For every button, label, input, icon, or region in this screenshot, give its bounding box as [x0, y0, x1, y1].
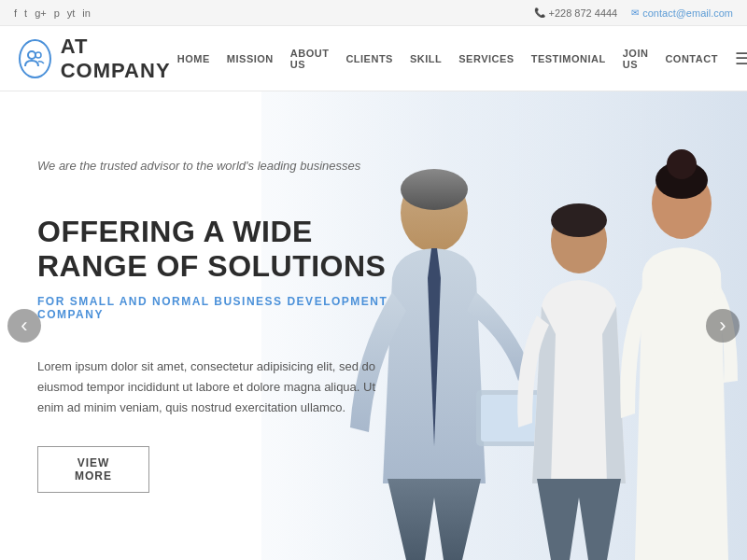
carousel-prev-button[interactable]: ‹	[7, 309, 41, 343]
svg-point-8	[551, 203, 607, 237]
social-twitter[interactable]: t	[24, 7, 27, 19]
carousel-next-button[interactable]: ›	[706, 309, 740, 343]
social-linkedin[interactable]: in	[82, 7, 91, 19]
nav-mission[interactable]: MISSION	[227, 53, 274, 64]
logo: AT COMPANY	[19, 35, 177, 83]
hero-title: OFFERING A WIDE RANGE OF SOLUTIONS	[37, 215, 392, 284]
phone-info: 📞 +228 872 4444	[534, 7, 618, 19]
hero-subtitle: We are the trusted advisor to the world'…	[37, 159, 392, 173]
contact-info: 📞 +228 872 4444 ✉ contact@email.com	[534, 7, 733, 19]
nav-skill[interactable]: SKILL	[410, 53, 442, 64]
social-icons: f t g+ p yt in	[14, 7, 91, 19]
arrow-left-icon: ‹	[21, 315, 27, 336]
svg-point-0	[28, 51, 35, 59]
social-pinterest[interactable]: p	[54, 7, 60, 19]
social-facebook[interactable]: f	[14, 7, 17, 19]
logo-text: AT COMPANY	[61, 35, 177, 83]
social-gplus[interactable]: g+	[35, 7, 47, 19]
social-youtube[interactable]: yt	[67, 7, 76, 19]
nav-testimonial[interactable]: TESTIMONIAL	[531, 53, 606, 64]
phone-icon: 📞	[534, 7, 545, 18]
view-more-button[interactable]: VIEW MORE	[37, 446, 149, 493]
email-info: ✉ contact@email.com	[631, 7, 733, 19]
email-link[interactable]: contact@email.com	[642, 7, 733, 19]
hero-description: Lorem ipsum dolor sit amet, consectetur …	[37, 357, 392, 418]
nav-contact[interactable]: CONTACT	[665, 53, 717, 64]
nav-about[interactable]: ABOUT US	[290, 48, 330, 70]
nav-home[interactable]: HOME	[177, 53, 210, 64]
nav: HOME MISSION ABOUT US CLIENTS SKILL SERV…	[177, 48, 747, 70]
logo-svg	[24, 49, 45, 69]
nav-services[interactable]: SERVICES	[458, 53, 514, 64]
arrow-right-icon: ›	[719, 315, 726, 336]
nav-clients[interactable]: CLIENTS	[345, 53, 393, 64]
hero-content: We are the trusted advisor to the world'…	[0, 91, 430, 560]
hamburger-icon[interactable]: ☰	[735, 49, 747, 69]
email-icon: ✉	[631, 7, 639, 18]
hero-accent: FOR SMALL AND NORMAL BUSINESS DEVELOPMEN…	[37, 295, 392, 321]
phone-number: +228 872 4444	[549, 7, 618, 19]
nav-join[interactable]: JOIN US	[623, 48, 649, 70]
top-bar: f t g+ p yt in 📞 +228 872 4444 ✉ contact…	[0, 0, 747, 26]
header: AT COMPANY HOME MISSION ABOUT US CLIENTS…	[0, 26, 747, 91]
svg-point-11	[667, 149, 697, 179]
logo-icon	[19, 39, 51, 78]
hero-section: We are the trusted advisor to the world'…	[0, 91, 747, 560]
